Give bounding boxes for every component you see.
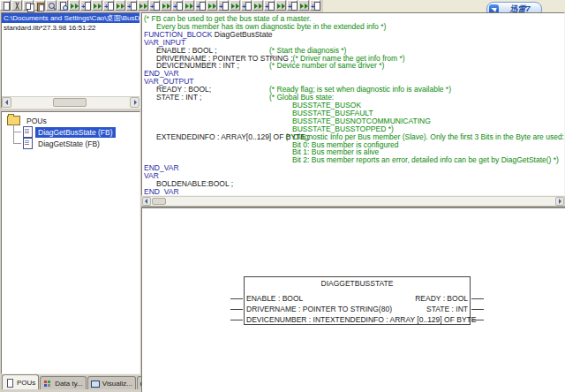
docplus-icon[interactable] (172, 0, 183, 11)
scroll-right-button[interactable] (555, 197, 564, 206)
code-text: END_VAR (144, 188, 179, 196)
branch-icon[interactable] (138, 0, 148, 11)
arrow-right-icon (134, 100, 139, 105)
branch-icon[interactable] (92, 0, 102, 11)
code-text: EXTENDEDINFO : ARRAY[0..129] OF BYTE ; (144, 133, 285, 141)
tree-root-label: POUs (24, 116, 49, 126)
tab-label: Visualiz... (102, 380, 132, 388)
scroll-left-button[interactable] (2, 97, 11, 108)
pou-tree: POUs DiagGetBusState (FB)DiagGetState (F… (2, 112, 139, 149)
code-text: Bit 2: Bus member reports an error, deta… (292, 156, 559, 164)
diagram-body-area[interactable]: DIAGGETBUSSTATE ENABLE : BOOLREADY : BOO… (141, 208, 565, 392)
function-block-icon (23, 138, 33, 149)
fb-output-label: READY : BOOL (415, 293, 468, 304)
code-line: DEVICENUMBER : INT ;(* Device number of … (144, 62, 564, 70)
page-icon[interactable] (0, 0, 11, 11)
branch-icon[interactable] (161, 0, 171, 11)
fb-input-label: DRIVERNAME : POINTER TO STRING(80) (246, 304, 392, 314)
fb-output-label: EXTENDEDINFO : ARRAY [0..129] OF BYTE (325, 314, 476, 325)
tree-branch-line (11, 138, 23, 149)
docplus-icon[interactable] (264, 0, 275, 11)
arrow-right-icon (559, 199, 564, 204)
code-line: READY : BOOL;(* Ready flag; is set when … (144, 86, 564, 94)
docplus-icon[interactable] (80, 0, 91, 11)
arrow-left-icon (3, 100, 8, 105)
library-row-standard-lib[interactable]: standard.lib*27.3.98 16:51:22 (2, 23, 139, 33)
tab-label: Data ty... (55, 380, 82, 388)
tree-root-pous[interactable]: POUs (5, 115, 139, 126)
docplus-icon[interactable] (310, 0, 320, 11)
code-line: END_VAR (144, 70, 564, 78)
code-segment: Bit 2: Bus member reports an error, deta… (292, 155, 559, 164)
branch-icon[interactable] (207, 0, 217, 11)
pou-tree-panel[interactable]: POUs DiagGetBusState (FB)DiagGetState (F… (1, 111, 140, 374)
docplus-icon[interactable] (126, 0, 137, 11)
tree-item-diaggetstate-fb-[interactable]: DiagGetState (FB) (5, 138, 139, 149)
declaration-hscrollbar[interactable] (142, 196, 564, 206)
code-comment: (* Device number of same driver *) (269, 62, 384, 70)
branch-icon[interactable] (298, 0, 309, 11)
docplus-icon[interactable] (218, 0, 229, 11)
code-line: FUNCTION_BLOCK DiagGetBusState (144, 31, 564, 39)
function-block-icon (23, 126, 33, 138)
scroll-right-button[interactable] (130, 97, 139, 108)
code-line: END_VAR (144, 164, 564, 172)
data-icon (43, 380, 52, 388)
declaration-editor[interactable]: (* FB can be used to get the bus state o… (141, 12, 565, 196)
tab-dataty[interactable]: Data ty... (40, 376, 86, 389)
function-block-diaggetbusstate: DIAGGETBUSSTATE ENABLE : BOOLREADY : BOO… (244, 276, 471, 325)
paste-icon[interactable] (34, 0, 45, 11)
declaration-code: (* FB can be used to get the bus state o… (144, 15, 564, 196)
code-line: END_VAR (144, 188, 564, 196)
arrow-left-icon (142, 199, 147, 204)
docplus-icon[interactable] (195, 0, 206, 11)
object-organizer-tabs: POUsData ty...Visualiz...Global... (0, 374, 141, 389)
tree-item-diaggetbusstate-fb-[interactable]: DiagGetBusState (FB) (5, 126, 139, 138)
docplus-icon[interactable] (103, 0, 114, 11)
code-segment: STATE : INT ; (156, 93, 201, 102)
code-line: BOLDENABLE:BOOL ; (144, 180, 564, 188)
fb-io-row: ENABLE : BOOLREADY : BOOL (245, 293, 470, 304)
scroll-thumb[interactable] (152, 198, 166, 205)
cut-icon[interactable] (11, 0, 22, 11)
fb-input-label: DEVICENUMBER : INT (246, 314, 325, 325)
branch-icon[interactable] (275, 0, 286, 11)
scroll-left-button[interactable] (142, 197, 151, 206)
docplus-icon[interactable] (241, 0, 252, 11)
tab-visualiz[interactable]: Visualiz... (87, 376, 136, 389)
library-list-hscrollbar[interactable] (2, 96, 139, 108)
fb-output-label: STATE : INT (426, 304, 468, 314)
find-icon[interactable] (46, 0, 56, 11)
branch-icon[interactable] (184, 0, 194, 11)
function-block-title: DIAGGETBUSSTATE (245, 277, 470, 293)
visu-icon (91, 380, 100, 388)
tree-item-label: DiagGetState (FB) (35, 139, 102, 149)
code-line: Bit 2: Bus member reports an error, deta… (144, 156, 564, 164)
code-segment: DiagGetBusState (215, 30, 273, 39)
tab-pous[interactable]: POUs (2, 374, 39, 389)
fb-io-row: DEVICENUMBER : INTEXTENDEDINFO : ARRAY [… (245, 314, 470, 325)
fb-io-row: DRIVERNAME : POINTER TO STRING(80)STATE … (245, 304, 470, 314)
branch-icon[interactable] (69, 0, 79, 11)
doc-icon (5, 379, 14, 387)
scroll-thumb[interactable] (53, 98, 87, 107)
copy-icon[interactable] (23, 0, 34, 11)
code-segment: END_VAR (144, 187, 179, 196)
fb-input-label: ENABLE : BOOL (246, 293, 303, 304)
branch-icon[interactable] (252, 0, 263, 11)
branch-icon[interactable] (115, 0, 125, 11)
findpage-icon[interactable] (57, 0, 68, 11)
branch-icon[interactable] (230, 0, 240, 11)
docplus-icon[interactable] (287, 0, 298, 11)
library-list-panel[interactable]: C:\Documents and Settings\Cao\桌面\BusDiag… (1, 12, 140, 109)
docplus-icon[interactable] (149, 0, 160, 11)
library-path-selected[interactable]: C:\Documents and Settings\Cao\桌面\BusDiag… (2, 13, 139, 23)
tree-item-label: DiagGetBusState (FB) (35, 127, 116, 138)
code-text: STATE : INT ; (144, 94, 269, 102)
tab-label: POUs (17, 379, 35, 387)
